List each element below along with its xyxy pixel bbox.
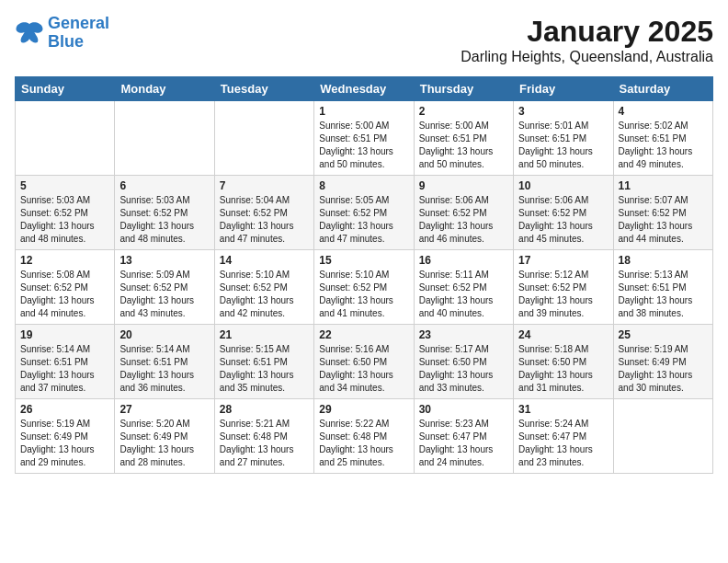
calendar-day-cell: 30Sunrise: 5:23 AM Sunset: 6:47 PM Dayli… — [414, 399, 513, 474]
calendar-day-cell: 26Sunrise: 5:19 AM Sunset: 6:49 PM Dayli… — [16, 399, 115, 474]
day-info: Sunrise: 5:17 AM Sunset: 6:50 PM Dayligh… — [419, 343, 508, 395]
calendar-day-cell: 17Sunrise: 5:12 AM Sunset: 6:52 PM Dayli… — [514, 250, 613, 325]
calendar-day-cell: 3Sunrise: 5:01 AM Sunset: 6:51 PM Daylig… — [514, 101, 613, 176]
day-number: 14 — [220, 254, 309, 267]
location: Darling Heights, Queensland, Australia — [461, 49, 713, 65]
day-number: 15 — [319, 254, 408, 267]
day-info: Sunrise: 5:20 AM Sunset: 6:49 PM Dayligh… — [119, 418, 209, 469]
calendar-day-cell: 31Sunrise: 5:24 AM Sunset: 6:47 PM Dayli… — [514, 399, 613, 474]
calendar-day-header: Tuesday — [214, 77, 313, 101]
calendar-day-cell: 4Sunrise: 5:02 AM Sunset: 6:51 PM Daylig… — [613, 101, 712, 176]
calendar-week-row: 1Sunrise: 5:00 AM Sunset: 6:51 PM Daylig… — [16, 101, 713, 176]
calendar-day-header: Sunday — [16, 77, 115, 101]
calendar-day-cell: 8Sunrise: 5:05 AM Sunset: 6:52 PM Daylig… — [314, 176, 414, 250]
calendar-day-cell: 29Sunrise: 5:22 AM Sunset: 6:48 PM Dayli… — [314, 399, 414, 474]
day-number: 4 — [619, 105, 708, 118]
calendar-day-cell: 25Sunrise: 5:19 AM Sunset: 6:49 PM Dayli… — [613, 325, 712, 399]
day-number: 30 — [419, 403, 508, 416]
calendar-day-cell: 21Sunrise: 5:15 AM Sunset: 6:51 PM Dayli… — [214, 325, 313, 399]
calendar-day-cell: 1Sunrise: 5:00 AM Sunset: 6:51 PM Daylig… — [314, 101, 414, 176]
day-info: Sunrise: 5:00 AM Sunset: 6:51 PM Dayligh… — [419, 120, 508, 171]
day-info: Sunrise: 5:14 AM Sunset: 6:51 PM Dayligh… — [119, 343, 209, 395]
calendar-day-cell: 20Sunrise: 5:14 AM Sunset: 6:51 PM Dayli… — [115, 325, 214, 399]
day-info: Sunrise: 5:06 AM Sunset: 6:52 PM Dayligh… — [518, 194, 608, 246]
calendar-day-cell — [214, 101, 313, 176]
logo: GeneralBlue — [15, 15, 109, 52]
day-number: 21 — [220, 328, 309, 341]
day-info: Sunrise: 5:21 AM Sunset: 6:48 PM Dayligh… — [220, 418, 309, 469]
calendar-day-cell: 2Sunrise: 5:00 AM Sunset: 6:51 PM Daylig… — [414, 101, 513, 176]
calendar-day-cell: 28Sunrise: 5:21 AM Sunset: 6:48 PM Dayli… — [214, 399, 313, 474]
day-info: Sunrise: 5:13 AM Sunset: 6:51 PM Dayligh… — [619, 269, 708, 320]
calendar-day-cell: 11Sunrise: 5:07 AM Sunset: 6:52 PM Dayli… — [613, 176, 712, 250]
calendar-day-header: Wednesday — [314, 77, 414, 101]
day-number: 11 — [619, 179, 708, 192]
calendar-week-row: 12Sunrise: 5:08 AM Sunset: 6:52 PM Dayli… — [16, 250, 713, 325]
day-info: Sunrise: 5:09 AM Sunset: 6:52 PM Dayligh… — [119, 269, 209, 320]
day-info: Sunrise: 5:03 AM Sunset: 6:52 PM Dayligh… — [119, 194, 209, 246]
calendar-day-cell: 5Sunrise: 5:03 AM Sunset: 6:52 PM Daylig… — [16, 176, 115, 250]
calendar-day-header: Saturday — [613, 77, 712, 101]
logo-icon — [15, 20, 44, 46]
calendar-day-cell: 7Sunrise: 5:04 AM Sunset: 6:52 PM Daylig… — [214, 176, 313, 250]
calendar-header-row: SundayMondayTuesdayWednesdayThursdayFrid… — [16, 77, 713, 101]
calendar-day-cell: 14Sunrise: 5:10 AM Sunset: 6:52 PM Dayli… — [214, 250, 313, 325]
calendar-day-cell: 12Sunrise: 5:08 AM Sunset: 6:52 PM Dayli… — [16, 250, 115, 325]
calendar-week-row: 19Sunrise: 5:14 AM Sunset: 6:51 PM Dayli… — [16, 325, 713, 399]
day-number: 10 — [518, 179, 608, 192]
day-number: 13 — [119, 254, 209, 267]
day-number: 23 — [419, 328, 508, 341]
day-number: 20 — [119, 328, 209, 341]
calendar-day-header: Friday — [514, 77, 613, 101]
calendar-day-cell: 24Sunrise: 5:18 AM Sunset: 6:50 PM Dayli… — [514, 325, 613, 399]
day-number: 27 — [119, 403, 209, 416]
day-info: Sunrise: 5:15 AM Sunset: 6:51 PM Dayligh… — [220, 343, 309, 395]
day-number: 16 — [419, 254, 508, 267]
calendar-day-cell — [613, 399, 712, 474]
day-info: Sunrise: 5:22 AM Sunset: 6:48 PM Dayligh… — [319, 418, 408, 469]
day-info: Sunrise: 5:03 AM Sunset: 6:52 PM Dayligh… — [20, 194, 109, 246]
calendar-day-cell: 9Sunrise: 5:06 AM Sunset: 6:52 PM Daylig… — [414, 176, 513, 250]
day-info: Sunrise: 5:24 AM Sunset: 6:47 PM Dayligh… — [518, 418, 608, 469]
day-info: Sunrise: 5:12 AM Sunset: 6:52 PM Dayligh… — [518, 269, 608, 320]
day-number: 25 — [619, 328, 708, 341]
day-number: 5 — [20, 179, 109, 192]
day-info: Sunrise: 5:01 AM Sunset: 6:51 PM Dayligh… — [518, 120, 608, 171]
calendar-day-cell — [115, 101, 214, 176]
day-number: 12 — [20, 254, 109, 267]
calendar-day-cell: 27Sunrise: 5:20 AM Sunset: 6:49 PM Dayli… — [115, 399, 214, 474]
day-info: Sunrise: 5:10 AM Sunset: 6:52 PM Dayligh… — [220, 269, 309, 320]
day-number: 19 — [20, 328, 109, 341]
calendar-week-row: 26Sunrise: 5:19 AM Sunset: 6:49 PM Dayli… — [16, 399, 713, 474]
calendar-week-row: 5Sunrise: 5:03 AM Sunset: 6:52 PM Daylig… — [16, 176, 713, 250]
day-number: 8 — [319, 179, 408, 192]
calendar-day-cell: 15Sunrise: 5:10 AM Sunset: 6:52 PM Dayli… — [314, 250, 414, 325]
calendar-table: SundayMondayTuesdayWednesdayThursdayFrid… — [15, 76, 713, 474]
day-number: 31 — [518, 403, 608, 416]
day-info: Sunrise: 5:11 AM Sunset: 6:52 PM Dayligh… — [419, 269, 508, 320]
day-number: 9 — [419, 179, 508, 192]
calendar-day-cell: 22Sunrise: 5:16 AM Sunset: 6:50 PM Dayli… — [314, 325, 414, 399]
day-number: 24 — [518, 328, 608, 341]
day-number: 26 — [20, 403, 109, 416]
day-info: Sunrise: 5:10 AM Sunset: 6:52 PM Dayligh… — [319, 269, 408, 320]
day-info: Sunrise: 5:19 AM Sunset: 6:49 PM Dayligh… — [20, 418, 109, 469]
calendar-day-header: Monday — [115, 77, 214, 101]
calendar-day-cell — [16, 101, 115, 176]
month-title: January 2025 — [461, 15, 713, 49]
day-info: Sunrise: 5:23 AM Sunset: 6:47 PM Dayligh… — [419, 418, 508, 469]
calendar-day-cell: 16Sunrise: 5:11 AM Sunset: 6:52 PM Dayli… — [414, 250, 513, 325]
day-info: Sunrise: 5:06 AM Sunset: 6:52 PM Dayligh… — [419, 194, 508, 246]
day-number: 6 — [119, 179, 209, 192]
day-number: 7 — [220, 179, 309, 192]
page-header: GeneralBlue January 2025 Darling Heights… — [15, 15, 713, 65]
logo-text: GeneralBlue — [48, 15, 109, 52]
calendar-day-cell: 19Sunrise: 5:14 AM Sunset: 6:51 PM Dayli… — [16, 325, 115, 399]
day-number: 28 — [220, 403, 309, 416]
day-info: Sunrise: 5:16 AM Sunset: 6:50 PM Dayligh… — [319, 343, 408, 395]
day-number: 1 — [319, 105, 408, 118]
calendar-day-cell: 18Sunrise: 5:13 AM Sunset: 6:51 PM Dayli… — [613, 250, 712, 325]
day-info: Sunrise: 5:14 AM Sunset: 6:51 PM Dayligh… — [20, 343, 109, 395]
calendar-day-header: Thursday — [414, 77, 513, 101]
day-info: Sunrise: 5:19 AM Sunset: 6:49 PM Dayligh… — [619, 343, 708, 395]
